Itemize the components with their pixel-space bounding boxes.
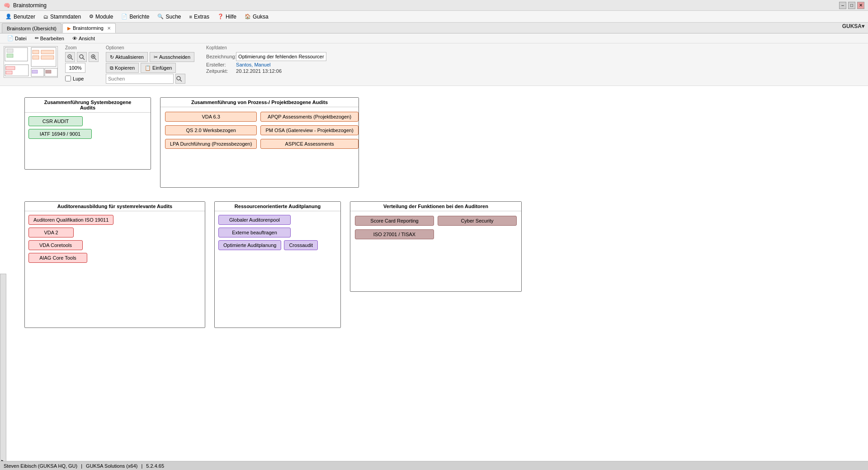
svg-point-24	[177, 76, 180, 80]
item-vdacoretools[interactable]: VDA Coretools	[28, 240, 83, 250]
svg-line-19	[83, 58, 85, 60]
item-pmosa[interactable]: PM OSA (Gatereview - Projektbezogen)	[260, 125, 358, 135]
item-scorecard[interactable]: Score Card Reporting	[355, 216, 434, 226]
item-crossaudit[interactable]: Crossaudit	[284, 240, 318, 250]
svg-line-21	[94, 58, 96, 60]
item-extern[interactable]: Externe beauftragen	[218, 228, 291, 237]
tab-brainstorming[interactable]: ▶ Brainstorming ✕	[62, 23, 116, 33]
ansicht-button[interactable]: 👁 Ansicht	[69, 34, 99, 42]
hilfe-icon: ❓	[217, 14, 224, 19]
minimize-button[interactable]: –	[839, 2, 846, 9]
kopieren-button[interactable]: ⧉ Kopieren	[106, 63, 139, 73]
svg-rect-9	[6, 66, 15, 70]
item-aiag[interactable]: AIAG Core Tools	[28, 253, 87, 263]
box-verteilung-funktionen: Verteilung der Funktionen bei den Audito…	[350, 201, 522, 292]
menu-suche[interactable]: 🔍 Suche	[154, 13, 184, 21]
zoom-out-button[interactable]	[65, 52, 75, 62]
box1-title: Zusammenführung SystembezogeneAudits	[25, 98, 151, 113]
svg-rect-6	[33, 56, 39, 59]
bezeichnung-input[interactable]	[236, 52, 326, 61]
svg-rect-10	[6, 71, 12, 74]
aktualisieren-button[interactable]: ↻ Aktualisieren	[106, 52, 148, 62]
box3-title: Auditorenausbildung für systemrelevante …	[25, 202, 205, 211]
preview-thumbnail	[4, 46, 58, 78]
tab-arrow-icon: ▶	[67, 26, 71, 31]
item-cybersecurity[interactable]: Cyber Security	[438, 216, 517, 226]
guksa-icon: 🏠	[245, 14, 251, 19]
item-iso27001[interactable]: ISO 27001 / TISAX	[355, 229, 434, 239]
bezeichnung-label: Bezeichnung:	[206, 54, 233, 59]
titlebar: 🧠 Brainstorming – □ ✕	[0, 0, 868, 11]
close-button[interactable]: ✕	[857, 2, 864, 9]
item-optimiert[interactable]: Optimierte Auditplanung	[218, 240, 281, 250]
ersteller-value[interactable]: Santos, Manuel	[236, 62, 270, 67]
zeitpunkt-label: Zeitpunkt:	[206, 68, 233, 74]
item-qs20[interactable]: QS 2.0 Werksbezogen	[165, 125, 257, 135]
menu-module[interactable]: ⚙ Module	[85, 13, 117, 21]
svg-rect-5	[41, 50, 54, 54]
menu-benutzer[interactable]: 👤 Benutzer	[2, 13, 39, 21]
app-container: 🧠 Brainstorming – □ ✕ 👤 Benutzer 🗂 Stamm…	[0, 0, 868, 470]
content-wrapper: ▶ Zusammenführung SystembezogeneAudits C…	[0, 86, 868, 461]
tab-overview-label: Brainstorm (Übersicht)	[7, 26, 57, 31]
lupe-checkbox-label[interactable]: Lupe	[65, 76, 84, 81]
suchen-input[interactable]	[106, 74, 174, 84]
window-title: Brainstorming	[13, 2, 47, 9]
extras-icon: ≡	[189, 14, 192, 19]
item-globalerpool[interactable]: Globaler Auditorenpool	[218, 215, 291, 225]
box5-title: Verteilung der Funktionen bei den Audito…	[350, 202, 521, 211]
titlebar-controls: – □ ✕	[839, 2, 864, 9]
lupe-checkbox[interactable]	[65, 76, 71, 81]
item-vda63[interactable]: VDA 6.3	[165, 112, 257, 122]
suchen-button[interactable]	[175, 74, 185, 84]
menu-berichte[interactable]: 📄 Berichte	[118, 13, 153, 21]
einfuegen-button[interactable]: 📋 Einfügen	[141, 63, 176, 73]
zoom-reset-button[interactable]	[77, 52, 87, 62]
menu-hilfe[interactable]: ❓ Hilfe	[214, 13, 240, 21]
item-iso19011[interactable]: Auditoren Qualifikation ISO 19011	[28, 215, 113, 225]
titlebar-left: 🧠 Brainstorming	[4, 2, 47, 9]
user-label[interactable]: GUKSA▾	[842, 23, 864, 29]
kopfdaten-section: Kopfdaten Bezeichnung: Ersteller: Santos…	[206, 45, 326, 74]
item-vda2[interactable]: VDA 2	[28, 228, 74, 237]
status-version: 5.2.4.65	[146, 463, 164, 469]
main-scroll-area[interactable]: Zusammenführung SystembezogeneAudits CSR…	[6, 86, 868, 461]
item-csr-audit[interactable]: CSR AUDIT	[28, 116, 83, 126]
restore-button[interactable]: □	[848, 2, 855, 9]
module-icon: ⚙	[89, 14, 94, 19]
menu-guksa[interactable]: 🏠 Guksa	[241, 13, 272, 21]
tabs-bar: Brainstorm (Übersicht) ▶ Brainstorming ✕	[0, 23, 868, 33]
zoom-value[interactable]: 100%	[65, 63, 85, 73]
item-apqp[interactable]: APQP Assessments (Projektbezogen)	[260, 112, 358, 122]
item-iatf[interactable]: IATF 16949 / 9001	[28, 129, 92, 139]
zeitpunkt-value: 20.12.2021 13:12:06	[236, 68, 282, 74]
svg-rect-4	[33, 50, 39, 54]
ausschneiden-button[interactable]: ✂ Ausschneiden	[150, 52, 194, 62]
ausschneiden-icon: ✂	[154, 54, 158, 60]
svg-rect-14	[46, 70, 51, 73]
bearbeiten-button[interactable]: ✏ Bearbeiten	[31, 34, 68, 42]
lupe-label: Lupe	[73, 76, 84, 81]
tab-overview[interactable]: Brainstorm (Übersicht)	[2, 23, 61, 33]
tab-close-icon[interactable]: ✕	[107, 26, 111, 31]
box-systembezogene-audits: Zusammenführung SystembezogeneAudits CSR…	[24, 97, 151, 170]
datei-button[interactable]: 📄 Datei	[4, 34, 30, 42]
zoom-controls	[65, 52, 99, 62]
item-lpa[interactable]: LPA Durchführung (Prozessbezogen)	[165, 139, 257, 149]
item-aspice[interactable]: ASPICE Assessments	[260, 139, 358, 149]
zoom-section: Zoom 100% Lupe	[65, 45, 99, 81]
box-ressourcenorientiert: Ressourcenorientierte Auditplanung Globa…	[214, 201, 341, 328]
benutzer-icon: 👤	[5, 14, 12, 19]
collapse-arrow[interactable]: ▶	[0, 274, 6, 461]
box2-content: VDA 6.3 APQP Assessments (Projektbezogen…	[160, 107, 359, 153]
brainstorm-canvas: Zusammenführung SystembezogeneAudits CSR…	[15, 93, 558, 432]
menu-stammdaten[interactable]: 🗂 Stammdaten	[40, 13, 85, 21]
box4-title: Ressourcenorientierte Auditplanung	[215, 202, 340, 211]
box5-content: Score Card Reporting Cyber Security ISO …	[350, 211, 521, 244]
status-product: GUKSA Solutions (x64)	[86, 463, 137, 469]
stammdaten-icon: 🗂	[43, 14, 48, 19]
menu-extras[interactable]: ≡ Extras	[186, 13, 213, 21]
zoom-in-button[interactable]	[89, 52, 99, 62]
svg-rect-7	[41, 56, 54, 59]
aktualisieren-icon: ↻	[110, 54, 114, 60]
